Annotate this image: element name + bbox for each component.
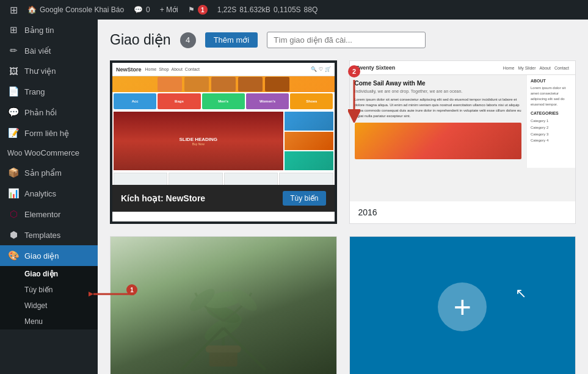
page-header: Giao diện 4 Thêm mới [110,32,576,48]
contact-icon: 📝 [7,128,20,138]
sidebar-item-label: WooCommerce [24,148,79,157]
media-icon: 🖼 [7,66,20,76]
sidebar-item-label: Trang [24,87,45,96]
sidebar-item-media[interactable]: 🖼 Thư viện [0,61,98,81]
themes-grid: NewStore HomeShopAboutContact 🔍♡🛒 [110,60,576,374]
new-content-label: + Mới [160,5,178,14]
content-wrapper: Giao diện 4 Thêm mới 2 [110,32,576,374]
posts-icon: ✏ [7,45,20,56]
theme-card-addnew[interactable]: + ↖ [349,236,576,374]
sixteen-hero-image [355,123,522,159]
photo-screenshot [111,237,336,374]
sixteen-screenshot: Twenty Sixteen HomeMy SliderAboutContact… [350,61,576,201]
page-title: Giao diện [110,32,171,48]
add-theme-area[interactable]: + ↖ [350,237,576,374]
woo-icon: ⚑ [188,5,195,14]
sidebar-item-themes[interactable]: 🎨 Giao diện [0,245,98,266]
sidebar-item-label: Elementor [24,210,60,219]
submenu-themes[interactable]: Giao diện [0,266,98,282]
dashboard-icon: ⊞ [7,24,20,35]
sidebar-item-label: Bảng tin [24,26,54,35]
sidebar-item-label: Form liên hệ [24,129,69,138]
themes-submenu: Giao diện Tùy biến Widget Menu [0,266,98,329]
add-new-button[interactable]: Thêm mới [205,32,258,48]
sidebar-item-label: Bài viết [24,46,51,56]
admin-bar: ⊞ 🏠 Google Console Khai Báo 💬 0 + Mới ⚑ … [0,0,588,20]
perf-label: 1,22S 81.632kB 0,1105S 88Q [212,0,322,20]
ns-icons: 🔍♡🛒 [311,67,331,72]
theme-card-photo[interactable] [110,236,337,374]
ns-categories: Acc Bags Men's Women's Shoes [112,92,335,110]
wp-logo-button[interactable]: ⊞ [5,0,23,20]
sidebar-item-pages[interactable]: 📄 Trang [0,81,98,102]
analytics-icon: 📊 [7,188,20,199]
site-name-label: Google Console Khai Báo [40,5,124,14]
sidebar-item-dashboard[interactable]: ⊞ Bảng tin [0,20,98,40]
comments-button[interactable]: 💬 0 [129,0,155,20]
main-content: Giao diện 4 Thêm mới 2 [98,20,588,374]
theme-year-label: 2016 [350,201,576,223]
woocommerce-icon: Woo [7,149,20,157]
ns-feature: SLIDE HEADING Buy Now [112,110,335,171]
theme-footer-newstore: Kích hoạt: NewStore Tùy biến [112,185,335,212]
ns-banner [112,76,335,92]
sidebar-item-label: Analytics [24,189,56,198]
updates-badge: 1 [198,5,208,15]
sidebar-item-posts[interactable]: ✏ Bài viết [0,40,98,61]
wp-layout: ⊞ Bảng tin ✏ Bài viết 🖼 Thư viện 📄 Trang… [0,20,588,374]
sixteen-body: Come Sail Away with Me Individually, we … [350,75,576,168]
themes-icon: 🎨 [7,250,20,261]
sidebar: ⊞ Bảng tin ✏ Bài viết 🖼 Thư viện 📄 Trang… [0,20,98,374]
add-theme-icon: + [438,282,487,331]
search-input[interactable] [267,32,426,48]
sidebar-item-contact[interactable]: 📝 Form liên hệ [0,123,98,143]
updates-button[interactable]: ⚑ 1 [183,0,212,20]
comments-icon: 💬 [134,5,143,14]
sidebar-item-comments[interactable]: 💬 Phản hồi [0,102,98,123]
sidebar-item-label: Giao diện [24,251,59,261]
pages-icon: 📄 [7,86,20,97]
ns-products-row [112,171,335,185]
site-name-button[interactable]: 🏠 Google Console Khai Báo [23,0,129,20]
ns-logo: NewStore [116,67,142,73]
ns-nav: HomeShopAboutContact [145,67,200,71]
sidebar-item-templates[interactable]: ⬢ Templates [0,225,98,245]
elementor-icon: ⬡ [7,209,20,220]
sidebar-item-label: Sản phẩm [24,168,62,178]
submenu-widgets[interactable]: Widget [0,298,98,314]
mouse-cursor-icon: ↖ [515,286,526,301]
new-content-button[interactable]: + Mới [155,0,183,20]
templates-icon: ⬢ [7,229,20,240]
sidebar-item-label: Thư viện [24,67,56,76]
sidebar-item-label: Templates [24,231,60,240]
wp-logo-icon: ⊞ [10,4,18,16]
sidebar-item-elementor[interactable]: ⬡ Elementor [0,204,98,225]
theme-card-newstore[interactable]: NewStore HomeShopAboutContact 🔍♡🛒 [110,60,337,224]
sidebar-item-analytics[interactable]: 📊 Analytics [0,183,98,204]
active-theme-label: Kích hoạt: NewStore [121,193,205,203]
products-icon: 📦 [7,167,20,178]
sixteen-header: Twenty Sixteen HomeMy SliderAboutContact [350,61,576,75]
submenu-menus[interactable]: Menu [0,314,98,329]
submenu-customize[interactable]: Tùy biến [0,282,98,298]
comments-sidebar-icon: 💬 [7,107,20,118]
sidebar-item-woocommerce[interactable]: Woo WooCommerce [0,143,98,162]
theme-count-badge: 4 [180,32,196,48]
theme-card-twentysixteen[interactable]: Twenty Sixteen HomeMy SliderAboutContact… [349,60,576,224]
customize-button[interactable]: Tùy biến [283,191,325,206]
newstore-screenshot: NewStore HomeShopAboutContact 🔍♡🛒 [112,63,335,185]
sixteen-sidebar: ABOUT Lorem ipsum dolor sit amet consect… [526,75,575,168]
comments-count: 0 [146,5,150,14]
sidebar-item-products[interactable]: 📦 Sản phẩm [0,162,98,183]
sidebar-item-label: Phản hồi [24,108,57,117]
home-icon: 🏠 [27,5,37,14]
